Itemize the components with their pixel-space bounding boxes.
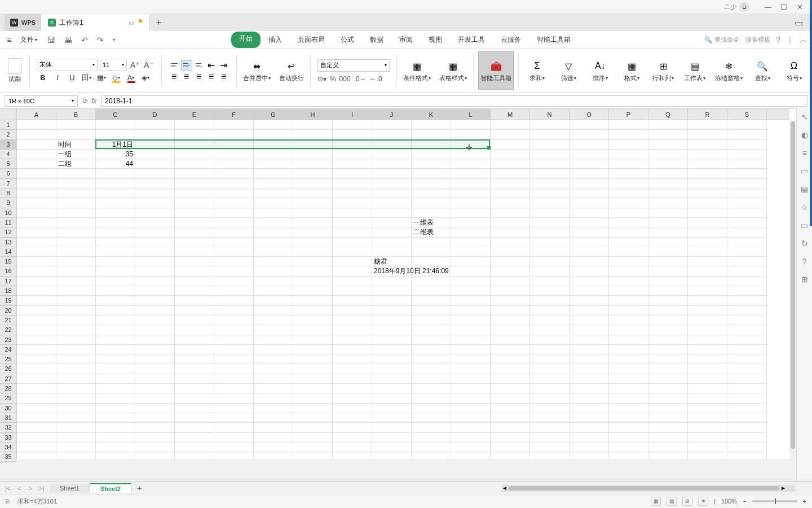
cell-H31[interactable] [293, 413, 333, 423]
cell-S7[interactable] [727, 179, 767, 189]
row-header-31[interactable]: 31 [0, 413, 16, 423]
cell-Q25[interactable] [648, 354, 688, 364]
cell-I8[interactable] [333, 189, 372, 198]
cell-O18[interactable] [570, 286, 609, 296]
cell-L10[interactable] [451, 208, 491, 218]
col-header-C[interactable]: C [96, 109, 135, 120]
cell-C35[interactable] [96, 452, 135, 459]
cell-A31[interactable] [17, 413, 56, 423]
select-tool-icon[interactable]: ↖ [800, 112, 810, 122]
cell-H2[interactable] [293, 130, 333, 139]
cell-M24[interactable] [491, 345, 530, 354]
cell-G35[interactable] [254, 452, 293, 459]
cell-L33[interactable] [451, 433, 491, 443]
document-tab[interactable]: S 工作簿1 ▭ [41, 14, 149, 31]
cell-B31[interactable] [56, 413, 96, 423]
cell-G6[interactable] [254, 169, 293, 178]
cell-G12[interactable] [254, 227, 293, 237]
cell-D17[interactable] [135, 277, 175, 286]
row-header-27[interactable]: 27 [0, 374, 16, 384]
cell-P11[interactable] [609, 218, 648, 227]
cell-P33[interactable] [609, 433, 648, 443]
cell-D21[interactable] [135, 316, 175, 325]
cell-D33[interactable] [135, 433, 175, 443]
cell-S26[interactable] [727, 364, 767, 374]
view-page-icon[interactable]: ▤ [667, 497, 677, 506]
cell-S15[interactable] [727, 257, 767, 266]
horizontal-scrollbar[interactable]: ◄► [502, 485, 795, 492]
cell-O8[interactable] [570, 189, 609, 198]
cell-E3[interactable] [175, 140, 214, 150]
cell-R23[interactable] [688, 335, 727, 345]
cell-R2[interactable] [688, 130, 727, 139]
cell-M19[interactable] [491, 296, 530, 305]
cell-S19[interactable] [727, 296, 767, 305]
cell-O26[interactable] [570, 364, 609, 374]
row-header-6[interactable]: 6 [0, 169, 16, 178]
cell-O6[interactable] [570, 169, 609, 178]
cell-O24[interactable] [570, 345, 609, 354]
cell-L1[interactable] [451, 120, 491, 130]
cell-F29[interactable] [214, 393, 254, 403]
number-format-select[interactable]: 自定义▾ [317, 59, 390, 72]
cell-I5[interactable] [333, 159, 372, 169]
cell-E32[interactable] [175, 423, 214, 432]
cell-E33[interactable] [175, 433, 214, 443]
cell-J8[interactable] [372, 189, 412, 198]
row-header-19[interactable]: 19 [0, 296, 16, 305]
cell-J31[interactable] [372, 413, 412, 423]
cell-O21[interactable] [570, 316, 609, 325]
row-header-1[interactable]: 1 [0, 120, 16, 130]
cell-R21[interactable] [688, 316, 727, 325]
cell-L29[interactable] [451, 393, 491, 403]
cell-Q16[interactable] [648, 266, 688, 276]
cell-F3[interactable] [214, 140, 254, 150]
cell-N28[interactable] [530, 384, 570, 393]
cell-M9[interactable] [491, 198, 530, 208]
cell-C30[interactable] [96, 404, 135, 413]
font-size-select[interactable]: 11▾ [100, 59, 127, 71]
cell-E23[interactable] [175, 335, 214, 345]
cell-P32[interactable] [609, 423, 648, 432]
cell-N5[interactable] [530, 159, 570, 169]
row-header-23[interactable]: 23 [0, 335, 16, 345]
cell-G15[interactable] [254, 257, 293, 266]
cell-Q23[interactable] [648, 335, 688, 345]
cell-N16[interactable] [530, 266, 570, 276]
minimize-button[interactable]: — [760, 1, 776, 12]
cell-H14[interactable] [293, 247, 333, 257]
cell-K19[interactable] [412, 296, 451, 305]
italic-button[interactable]: I [51, 72, 64, 84]
cell-L21[interactable] [451, 316, 491, 325]
cell-Q24[interactable] [648, 345, 688, 354]
cell-N34[interactable] [530, 443, 570, 452]
cell-G19[interactable] [254, 296, 293, 305]
cell-G31[interactable] [254, 413, 293, 423]
cell-P29[interactable] [609, 393, 648, 403]
apps-icon[interactable]: ⊞ [800, 274, 810, 284]
paste-button[interactable]: 试刷 [7, 57, 23, 85]
cell-S13[interactable] [727, 238, 767, 247]
cell-M7[interactable] [491, 179, 530, 189]
cell-C5[interactable]: 44 [96, 159, 135, 169]
cell-C25[interactable] [96, 354, 135, 364]
increase-font-icon[interactable]: A⁺ [129, 60, 140, 69]
cell-M12[interactable] [491, 227, 530, 237]
cell-P4[interactable] [609, 150, 648, 159]
sort-button[interactable]: A↓ 排序▾ [586, 51, 614, 90]
side-icon-7[interactable]: ▭ [800, 220, 810, 230]
side-help-icon[interactable]: ? [800, 256, 810, 266]
cell-G22[interactable] [254, 325, 293, 335]
cell-L31[interactable] [451, 413, 491, 423]
cell-C18[interactable] [96, 286, 135, 296]
cell-F21[interactable] [214, 316, 254, 325]
tab-data[interactable]: 数据 [362, 32, 391, 48]
cell-J17[interactable] [372, 277, 412, 286]
cell-M34[interactable] [491, 443, 530, 452]
row-header-29[interactable]: 29 [0, 393, 16, 403]
cell-A33[interactable] [17, 433, 56, 443]
cell-C32[interactable] [96, 423, 135, 432]
cell-J22[interactable] [372, 325, 412, 335]
cell-P16[interactable] [609, 266, 648, 276]
cell-R1[interactable] [688, 120, 727, 130]
